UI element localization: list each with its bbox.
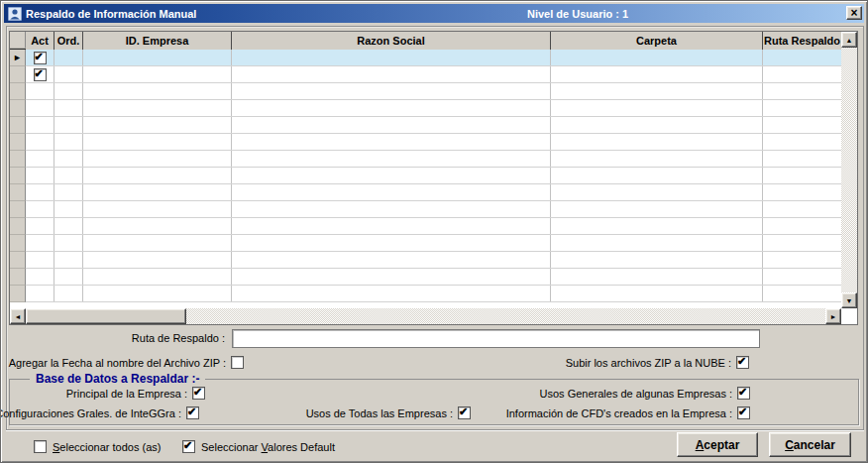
info-cfd-row: Información de CFD's creados en la Empre…	[506, 405, 750, 420]
grid-cell	[54, 100, 83, 116]
vertical-scrollbar[interactable]: ▲ ▼	[841, 32, 857, 308]
grid-cell	[26, 66, 54, 82]
row-pointer-icon: ►	[13, 54, 22, 62]
row-selector-cell[interactable]: ►	[10, 50, 26, 66]
row-selector-cell[interactable]	[10, 134, 26, 151]
table-row[interactable]	[10, 235, 841, 252]
grid-cell	[763, 252, 841, 268]
grid-cell	[763, 50, 841, 65]
grid-cell	[232, 269, 551, 285]
table-row[interactable]: ►	[10, 50, 841, 66]
horizontal-scroll-thumb[interactable]	[26, 308, 186, 324]
table-row[interactable]	[10, 286, 841, 302]
table-row[interactable]	[10, 66, 841, 83]
row-selector-cell[interactable]	[10, 100, 26, 117]
grid-cell	[83, 134, 232, 150]
select-default-checkbox[interactable]	[182, 440, 195, 453]
grid-cell	[763, 100, 841, 116]
row-selector-cell[interactable]	[10, 269, 26, 286]
accept-button[interactable]: Aceptar	[677, 432, 758, 457]
row-selector-cell[interactable]	[10, 184, 26, 201]
row-selector-cell[interactable]	[10, 218, 26, 235]
column-header-selector	[10, 32, 26, 49]
configuraciones-checkbox[interactable]	[186, 406, 199, 419]
row-selector-cell[interactable]	[10, 151, 26, 168]
table-row[interactable]	[10, 218, 841, 235]
scroll-down-icon[interactable]: ▼	[841, 292, 857, 308]
grid-cell	[83, 218, 232, 234]
row-selector-cell[interactable]	[10, 83, 26, 100]
grid-cell	[54, 83, 83, 99]
grid-cell	[551, 66, 763, 82]
select-all-checkbox[interactable]	[34, 440, 47, 453]
table-row[interactable]	[10, 269, 841, 286]
scrollbar-corner	[841, 308, 857, 324]
info-cfd-checkbox[interactable]	[737, 406, 750, 419]
usos-todas-checkbox[interactable]	[458, 406, 471, 419]
grid-cell	[551, 134, 763, 150]
grid-cell	[232, 235, 551, 251]
row-selector-cell[interactable]	[10, 235, 26, 252]
column-header-razon-social: Razon Social	[232, 32, 551, 50]
grid-cell	[551, 235, 763, 251]
grid-cell	[54, 184, 83, 200]
grid-cell	[763, 151, 841, 167]
fecha-zip-label: Agregar la Fecha al nombre del Archivo Z…	[9, 357, 226, 369]
grid-cell	[26, 50, 54, 65]
row-selector-cell[interactable]	[10, 66, 26, 83]
row-selector-cell[interactable]	[10, 201, 26, 218]
scroll-right-icon[interactable]: ►	[825, 308, 841, 324]
row-selector-cell[interactable]	[10, 168, 26, 184]
column-header-id-empresa: ID. Empresa	[83, 32, 232, 50]
cancel-button[interactable]: Cancelar	[769, 432, 851, 457]
row-selector-cell[interactable]	[10, 286, 26, 302]
grid-cell	[763, 235, 841, 251]
groupbox-legend: Base de Datos a Respaldar :-	[30, 372, 205, 386]
subir-nube-checkbox[interactable]	[736, 356, 749, 369]
usos-generales-checkbox[interactable]	[737, 387, 750, 400]
grid-cell	[232, 117, 551, 133]
horizontal-scrollbar[interactable]: ◄ ►	[10, 308, 841, 324]
grid-cell	[763, 286, 841, 301]
row-act-checkbox[interactable]	[34, 52, 47, 64]
grid-cell	[26, 252, 54, 268]
row-act-checkbox[interactable]	[34, 68, 47, 81]
scroll-up-icon[interactable]: ▲	[841, 32, 857, 48]
table-row[interactable]	[10, 184, 841, 201]
grid-cell	[551, 151, 763, 167]
table-row[interactable]	[10, 100, 841, 117]
grid-cell	[551, 83, 763, 99]
window-title: Respaldo de Información Manual	[26, 8, 196, 20]
table-row[interactable]	[10, 117, 841, 134]
table-row[interactable]	[10, 168, 841, 184]
grid-cell	[551, 201, 763, 217]
dialog-window: Respaldo de Información Manual Nivel de …	[0, 0, 868, 463]
fecha-zip-checkbox[interactable]	[231, 356, 244, 369]
grid-cell	[763, 269, 841, 285]
user-level-label: Nivel de Usuario : 1	[527, 4, 628, 23]
grid-cell	[551, 218, 763, 234]
grid-cell	[54, 201, 83, 217]
row-selector-cell[interactable]	[10, 117, 26, 134]
principal-checkbox[interactable]	[192, 387, 205, 400]
usos-generales-row: Usos Generales de algunas Empresas :	[540, 386, 750, 401]
app-icon	[8, 7, 22, 21]
table-row[interactable]	[10, 201, 841, 218]
table-row[interactable]	[10, 134, 841, 151]
grid-cell	[54, 235, 83, 251]
table-row[interactable]	[10, 151, 841, 168]
grid-cell	[232, 134, 551, 150]
grid-cell	[232, 50, 551, 65]
titlebar[interactable]: Respaldo de Información Manual Nivel de …	[4, 4, 864, 23]
ruta-respaldo-label: Ruta de Respaldo :	[132, 332, 225, 344]
row-selector-cell[interactable]	[10, 252, 26, 269]
table-row[interactable]	[10, 252, 841, 269]
principal-label: Principal de la Empresa :	[66, 388, 187, 400]
scroll-left-icon[interactable]: ◄	[10, 308, 26, 324]
grid-cell	[83, 235, 232, 251]
close-icon[interactable]: ×	[846, 6, 862, 20]
grid-cell	[232, 66, 551, 82]
grid-cell	[551, 184, 763, 200]
table-row[interactable]	[10, 83, 841, 100]
ruta-respaldo-input[interactable]	[232, 329, 760, 348]
